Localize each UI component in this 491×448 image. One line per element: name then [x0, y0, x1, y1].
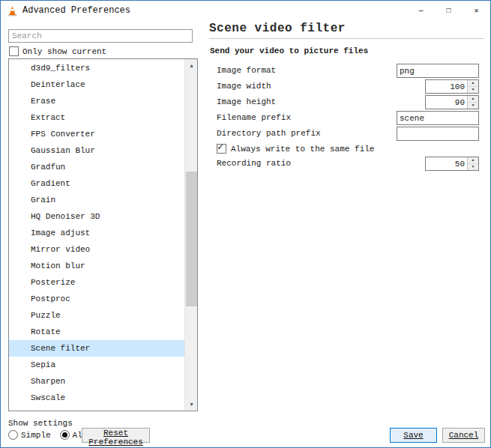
list-item[interactable]: Puzzle	[9, 307, 184, 324]
list-item[interactable]: Extract	[9, 109, 184, 126]
spin-down-icon[interactable]: ▼	[468, 103, 478, 109]
vlc-cone-icon	[7, 5, 18, 16]
spin-down-icon[interactable]: ▼	[468, 164, 478, 170]
simple-radio[interactable]	[8, 430, 18, 440]
list-item[interactable]: Gaussian Blur	[9, 142, 184, 159]
reset-preferences-button[interactable]: Reset Preferences	[82, 428, 150, 443]
only-show-current-option[interactable]: Only show current	[9, 46, 106, 56]
list-item[interactable]: d3d9_filters	[9, 60, 184, 76]
recording-ratio-label: Recording ratio	[217, 159, 291, 168]
list-item[interactable]: Grain	[9, 192, 184, 208]
list-item[interactable]: Sepia	[9, 357, 184, 373]
show-settings-radio-group: Simple All	[8, 430, 93, 440]
save-button[interactable]: Save	[390, 428, 437, 443]
list-item[interactable]: Deinterlace	[9, 76, 184, 93]
image-width-input[interactable]	[426, 80, 467, 93]
title-divider	[209, 38, 484, 39]
list-item[interactable]: Image adjust	[9, 225, 184, 241]
scrollbar-thumb[interactable]	[186, 172, 197, 306]
list-item[interactable]: Postproc	[9, 291, 184, 307]
filename-prefix-label: Filename prefix	[217, 113, 291, 122]
page-title: Scene video filter	[209, 22, 346, 35]
list-item[interactable]: Sharpen	[9, 373, 184, 390]
image-format-input[interactable]	[397, 64, 479, 78]
form-row-directory-prefix: Directory path prefix	[209, 127, 484, 141]
maximize-button[interactable]: □	[435, 1, 463, 20]
directory-prefix-input[interactable]	[397, 127, 479, 141]
image-height-input[interactable]	[426, 96, 467, 109]
page-subtitle: Send your video to picture files	[210, 46, 368, 55]
scroll-down-icon[interactable]: ▼	[185, 398, 198, 411]
scroll-up-icon[interactable]: ▲	[185, 59, 198, 72]
only-show-current-checkbox[interactable]	[9, 46, 19, 56]
list-item[interactable]: FPS Converter	[9, 126, 184, 142]
simple-radio-label: Simple	[21, 431, 51, 440]
list-item[interactable]: Gradfun	[9, 159, 184, 175]
list-item[interactable]: Swscale	[9, 390, 184, 406]
recording-ratio-spinner: ▲ ▼	[425, 157, 479, 171]
window-title: Advanced Preferences	[22, 5, 130, 16]
list-item[interactable]: Scene filter	[9, 340, 184, 357]
spin-up-icon[interactable]: ▲	[468, 96, 478, 103]
spin-up-icon[interactable]: ▲	[468, 80, 478, 87]
form-row-recording-ratio: Recording ratio ▲ ▼	[209, 157, 484, 171]
form-row-image-width: Image width ▲ ▼	[209, 79, 484, 94]
list-item[interactable]: Rotate	[9, 324, 184, 340]
filename-prefix-input[interactable]	[397, 111, 479, 125]
filter-listbox: d3d9_filtersDeinterlaceEraseExtractFPS C…	[8, 58, 198, 411]
list-item[interactable]: Mirror video	[9, 241, 184, 258]
form-row-image-format: Image format	[209, 64, 484, 78]
image-format-label: Image format	[217, 66, 276, 75]
all-radio[interactable]	[60, 430, 70, 440]
window-controls: — □ ✕	[407, 1, 490, 20]
minimize-button[interactable]: —	[407, 1, 435, 20]
always-write-checkbox[interactable]: ✓	[217, 144, 226, 154]
directory-prefix-label: Directory path prefix	[217, 129, 321, 138]
list-item[interactable]: Erase	[9, 93, 184, 109]
show-settings-label: Show settings	[8, 419, 73, 428]
always-write-label: Always write to the same file	[231, 145, 374, 154]
filter-list: d3d9_filtersDeinterlaceEraseExtractFPS C…	[9, 60, 184, 411]
check-icon: ✓	[217, 142, 223, 152]
cancel-button[interactable]: Cancel	[442, 428, 485, 443]
list-scrollbar[interactable]: ▲ ▼	[184, 59, 197, 411]
image-height-label: Image height	[217, 97, 276, 106]
spin-down-icon[interactable]: ▼	[468, 87, 478, 93]
advanced-preferences-window: Advanced Preferences — □ ✕ Only show cur…	[0, 0, 491, 448]
list-item[interactable]: Posterize	[9, 274, 184, 291]
recording-ratio-input[interactable]	[426, 157, 467, 170]
form-row-always-write: ✓ Always write to the same file	[209, 142, 484, 157]
form-row-image-height: Image height ▲ ▼	[209, 95, 484, 109]
list-item[interactable]: HQ Denoiser 3D	[9, 208, 184, 225]
image-height-spinner: ▲ ▼	[425, 95, 479, 109]
search-input[interactable]	[8, 29, 193, 43]
close-button[interactable]: ✕	[463, 1, 490, 20]
form-row-filename-prefix: Filename prefix	[209, 111, 484, 125]
image-width-label: Image width	[217, 82, 271, 91]
spin-up-icon[interactable]: ▲	[468, 157, 478, 164]
image-width-spinner: ▲ ▼	[425, 79, 479, 94]
list-item[interactable]: Motion blur	[9, 258, 184, 274]
list-item[interactable]: Gradient	[9, 175, 184, 192]
only-show-current-label: Only show current	[22, 47, 106, 56]
titlebar[interactable]: Advanced Preferences — □ ✕	[1, 1, 490, 20]
